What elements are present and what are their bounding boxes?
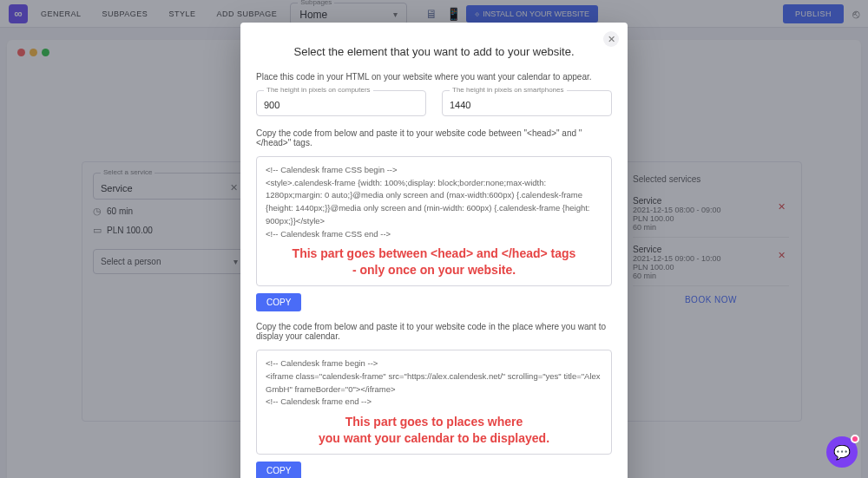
chat-fab[interactable]: 💬	[826, 436, 858, 468]
head-annotation: This part goes between <head> and </head…	[266, 246, 602, 278]
close-icon[interactable]: ✕	[603, 31, 619, 47]
height-smartphones-field[interactable]: The height in pixels on smartphones 1440	[442, 90, 612, 116]
body-code-box[interactable]: <!-- Calendesk frame begin --> <iframe c…	[256, 350, 612, 455]
height-computers-value: 900	[264, 100, 279, 110]
body-code-helper: Copy the code from below and paste it to…	[256, 322, 612, 341]
height-computers-field[interactable]: The height in pixels on computers 900	[256, 90, 426, 116]
height-smartphones-label: The height in pixels on smartphones	[450, 86, 567, 94]
chat-notification-dot	[851, 435, 859, 443]
height-computers-label: The height in pixels on computers	[264, 86, 373, 94]
height-smartphones-value: 1440	[450, 100, 470, 110]
embed-code-modal: ✕ Select the element that you want to ad…	[240, 23, 628, 478]
copy-head-button[interactable]: COPY	[256, 293, 301, 311]
copy-body-button[interactable]: COPY	[256, 462, 301, 478]
modal-title: Select the element that you want to add …	[256, 45, 612, 58]
chat-icon: 💬	[833, 444, 851, 461]
body-annotation: This part goes to places where you want …	[266, 414, 602, 447]
head-code-box[interactable]: <!-- Calendesk frame CSS begin --> <styl…	[256, 156, 612, 286]
modal-intro: Place this code in your HTML on your web…	[256, 72, 612, 82]
head-code-helper: Copy the code from below and paste it to…	[256, 128, 612, 147]
